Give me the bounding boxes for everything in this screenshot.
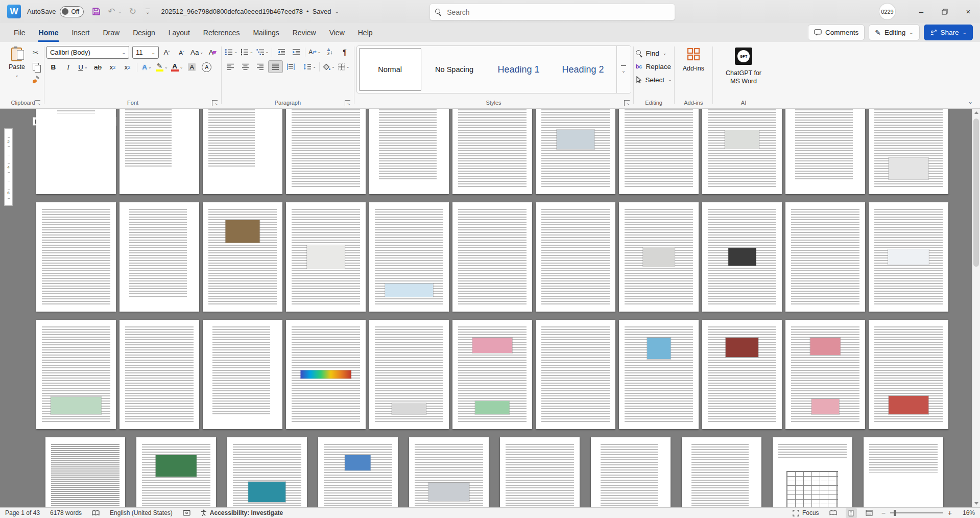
align-left-button[interactable]: [224, 61, 237, 73]
copy-button[interactable]: [30, 60, 42, 73]
page-thumbnail[interactable]: [619, 320, 699, 429]
style-heading-2[interactable]: Heading 2: [552, 48, 614, 91]
page-thumbnail[interactable]: [619, 109, 699, 194]
style-normal[interactable]: Normal: [359, 48, 421, 91]
page-thumbnail[interactable]: [369, 202, 449, 312]
minimize-button[interactable]: –: [910, 0, 933, 23]
tab-review[interactable]: Review: [286, 23, 323, 42]
page-thumbnail[interactable]: Курсық жинақ: [36, 109, 116, 194]
grow-font-button[interactable]: Aˆ: [160, 46, 174, 58]
select-button[interactable]: Select ⌄: [636, 74, 672, 85]
tab-file[interactable]: File: [7, 23, 32, 42]
shading-button[interactable]: ⌄: [322, 61, 336, 73]
page-thumbnail[interactable]: [119, 202, 199, 312]
page-indicator[interactable]: Page 1 of 43: [5, 509, 40, 516]
show-formatting-button[interactable]: ¶: [338, 46, 352, 58]
macro-record-button[interactable]: [183, 510, 190, 516]
page-thumbnail[interactable]: [119, 109, 199, 194]
page-thumbnail[interactable]: [286, 109, 366, 194]
tab-home[interactable]: Home: [32, 23, 65, 42]
clear-formatting-button[interactable]: A: [205, 46, 219, 58]
page-thumbnail[interactable]: [452, 320, 532, 429]
page-thumbnail[interactable]: [36, 202, 116, 312]
strikethrough-button[interactable]: ab: [91, 61, 105, 73]
page-thumbnail[interactable]: [869, 202, 948, 312]
character-shading-button[interactable]: A: [185, 61, 199, 73]
tab-help[interactable]: Help: [351, 23, 379, 42]
align-center-button[interactable]: [238, 61, 252, 73]
page-thumbnail[interactable]: [203, 109, 282, 194]
bold-button[interactable]: B: [46, 61, 60, 73]
language-status[interactable]: English (United States): [110, 509, 173, 516]
format-painter-button[interactable]: [30, 74, 42, 86]
enclose-characters-button[interactable]: A: [200, 61, 213, 73]
page-thumbnail[interactable]: [785, 320, 865, 429]
page-thumbnail[interactable]: [536, 320, 615, 429]
page-thumbnail[interactable]: [619, 202, 699, 312]
paragraph-dialog-launcher[interactable]: ↘: [345, 100, 350, 106]
addins-button[interactable]: Add-ins: [677, 44, 710, 97]
print-layout-button[interactable]: [846, 508, 857, 518]
comments-button[interactable]: Comments: [808, 25, 865, 40]
font-color-button[interactable]: A⌄: [170, 61, 184, 73]
change-case-button[interactable]: Aa⌄: [189, 46, 204, 58]
page-thumbnail[interactable]: [318, 437, 398, 507]
replace-button[interactable]: bc Replace: [636, 61, 672, 72]
page-thumbnail[interactable]: [36, 320, 116, 429]
focus-button[interactable]: Focus: [793, 509, 819, 516]
page-thumbnail[interactable]: [369, 109, 449, 194]
cut-button[interactable]: ✂: [30, 46, 42, 59]
tab-references[interactable]: References: [197, 23, 247, 42]
scroll-down-button[interactable]: [972, 500, 980, 507]
restore-button[interactable]: [933, 0, 957, 23]
save-button[interactable]: [92, 7, 101, 16]
page-thumbnail[interactable]: [45, 437, 125, 507]
bullets-button[interactable]: ⌄: [224, 46, 238, 58]
tab-mailings[interactable]: Mailings: [246, 23, 285, 42]
zoom-slider[interactable]: [890, 512, 943, 513]
page-thumbnail[interactable]: [500, 437, 580, 507]
page-thumbnail[interactable]: [227, 437, 307, 507]
line-spacing-button[interactable]: ⌄: [302, 61, 317, 73]
collapse-ribbon-button[interactable]: ⌄: [968, 98, 973, 105]
multilevel-list-button[interactable]: ⌄: [255, 46, 270, 58]
clipboard-dialog-launcher[interactable]: ↘: [35, 100, 40, 106]
font-name-combo[interactable]: Calibri (Body)⌄: [46, 46, 129, 59]
numbering-button[interactable]: ⌄: [240, 46, 254, 58]
font-dialog-launcher[interactable]: ↘: [212, 100, 218, 106]
page-thumbnail[interactable]: [785, 109, 865, 194]
style-heading-1[interactable]: Heading 1: [488, 48, 550, 91]
font-size-combo[interactable]: 11⌄: [132, 46, 159, 59]
tab-draw[interactable]: Draw: [96, 23, 126, 42]
asian-layout-button[interactable]: A⇄⌄: [307, 46, 322, 58]
zoom-in-button[interactable]: +: [948, 509, 952, 516]
page-thumbnail[interactable]: [136, 437, 216, 507]
share-button[interactable]: Share ⌄: [924, 25, 973, 40]
highlight-button[interactable]: ✎⌄: [155, 61, 169, 73]
page-thumbnail[interactable]: [682, 437, 761, 507]
web-layout-button[interactable]: [864, 508, 875, 518]
find-button[interactable]: Find ⌄: [636, 48, 672, 59]
accessibility-status[interactable]: Accessibility: Investigate: [201, 509, 283, 516]
page-thumbnail[interactable]: [409, 437, 489, 507]
page-thumbnail[interactable]: [869, 320, 948, 429]
page-thumbnail[interactable]: [864, 437, 943, 507]
word-count[interactable]: 6178 words: [50, 509, 82, 516]
page-thumbnail[interactable]: [773, 437, 852, 507]
customize-qat-button[interactable]: ⌄: [146, 9, 150, 15]
page-thumbnail[interactable]: [452, 109, 532, 194]
tab-layout[interactable]: Layout: [162, 23, 197, 42]
italic-button[interactable]: I: [61, 61, 75, 73]
autosave-toggle[interactable]: Off: [60, 6, 84, 17]
document-title[interactable]: 202512_96e798d0800defca0eeed19b467eed78 …: [161, 8, 339, 15]
underline-button[interactable]: U⌄: [76, 61, 90, 73]
align-right-button[interactable]: [253, 61, 267, 73]
chatgpt-button[interactable]: GPT ChatGPT for MS Word: [715, 44, 772, 97]
page-thumbnail[interactable]: [702, 202, 782, 312]
page-thumbnail[interactable]: [286, 202, 366, 312]
paste-button[interactable]: Paste ⌄: [4, 44, 30, 97]
zoom-level[interactable]: 16%: [959, 509, 975, 516]
page-thumbnail[interactable]: [369, 320, 449, 429]
decrease-indent-button[interactable]: [274, 46, 288, 58]
tab-view[interactable]: View: [323, 23, 351, 42]
